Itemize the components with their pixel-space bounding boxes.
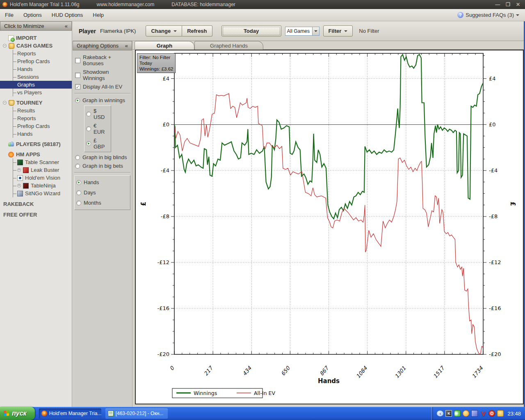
radio-usd[interactable]: $ USD [85, 107, 110, 121]
sidebar-item-table-scanner[interactable]: Table Scanner [13, 158, 72, 166]
radio-label: € EUR [94, 123, 109, 135]
menu-options[interactable]: Options [18, 12, 47, 18]
menu-hud-options[interactable]: HUD Options [47, 12, 88, 18]
sidebar-item-tableninja[interactable]: +TableNinja [13, 182, 72, 189]
expand-node-icon[interactable]: + [17, 168, 21, 172]
player-name: Flamerka (IPK) [100, 28, 136, 34]
sidebar-item-hands[interactable]: Hands [13, 130, 72, 138]
sidebar-item-label: FREE OFFER [3, 212, 37, 218]
tray-network-icon[interactable] [471, 410, 478, 417]
sidebar-item-reports[interactable]: Reports [13, 114, 72, 122]
start-label: пуск [12, 410, 27, 417]
sidebar-item-hm-apps[interactable]: HM APPS [0, 151, 72, 158]
games-combobox[interactable]: All Games [285, 27, 320, 36]
radio-months[interactable]: Months [75, 198, 129, 208]
radio-hands[interactable]: Hands [75, 177, 129, 187]
tray-opera-icon[interactable]: O [488, 410, 495, 417]
checkbox-rakeback-bonuses[interactable]: Rakeback + Bonuses [74, 53, 130, 68]
sitngo-wizard-icon [17, 191, 23, 196]
collapse-node-icon[interactable]: − [3, 101, 7, 105]
hm-apps-icon [8, 152, 14, 158]
change-player-button[interactable]: Change [146, 25, 182, 37]
menu-bar: File Options HUD Options Help ? Suggeste… [0, 9, 525, 21]
sidebar-item-cash-games[interactable]: −CASH GAMES [0, 42, 72, 50]
refresh-button[interactable]: Refresh [182, 25, 212, 37]
graphing-options-header[interactable]: Graphing Options « [73, 41, 132, 50]
sidebar-minimize-label: Click to Minimize [4, 23, 44, 29]
restore-icon[interactable]: ❐ [506, 2, 510, 7]
collapse-node-icon[interactable]: − [3, 44, 7, 48]
sidebar-item-vs-players[interactable]: vs Players [13, 89, 72, 96]
sidebar-item-label: Sessions [17, 74, 39, 80]
expand-node-icon[interactable]: + [17, 184, 21, 187]
sidebar-item-players-58187[interactable]: PLAYERS (58187) [0, 140, 72, 148]
window-database: DATABASE: holdemmanager [171, 2, 235, 7]
tray-key-icon[interactable] [497, 410, 504, 417]
players-icon [8, 142, 14, 147]
tray-qip-icon[interactable] [463, 410, 469, 417]
radio-eur[interactable]: € EUR [85, 121, 110, 136]
tab-graphed-hands[interactable]: Graphed Hands [194, 41, 263, 50]
sidebar-item-reports[interactable]: Reports [13, 50, 72, 57]
sidebar-item-results[interactable]: Results [13, 107, 72, 114]
sidebar-item-label: Leak Buster [31, 167, 59, 173]
sidebar-item-leak-buster[interactable]: +Leak Buster [13, 166, 72, 174]
suggested-faqs-button[interactable]: ? Suggested FAQs (3) [457, 12, 525, 18]
tray-v-icon[interactable]: V [480, 410, 486, 417]
sidebar-item-sessions[interactable]: Sessions [13, 73, 72, 81]
sidebar-item-label: Preflop Cards [17, 58, 50, 64]
today-button[interactable]: Today [221, 25, 281, 37]
svg-text:£0: £0 [489, 121, 496, 128]
sidebar-item-label: Table Scanner [25, 159, 59, 165]
sidebar-item-hands[interactable]: Hands [13, 65, 72, 73]
sidebar: Click to Minimize « IMPORT−CASH GAMESRep… [0, 21, 72, 407]
svg-text:434: 434 [241, 365, 253, 377]
sidebar-item-graphs[interactable]: Graphs [0, 81, 72, 89]
player-label: Player [79, 28, 96, 34]
grid-lines [174, 53, 483, 354]
radio-gbp[interactable]: £ GBP [85, 136, 110, 151]
filter-button[interactable]: Filter [323, 25, 353, 37]
tree-children: Table Scanner+Leak BusterHold'em Vision+… [13, 158, 72, 197]
sidebar-tree: IMPORT−CASH GAMESReportsPreflop CardsHan… [0, 31, 72, 219]
start-button[interactable]: пуск [0, 407, 35, 420]
radio-icon [76, 190, 81, 195]
radio-days[interactable]: Days [75, 187, 129, 198]
sidebar-item-preflop-cards[interactable]: Preflop Cards [13, 122, 72, 130]
tray-glasses-icon[interactable] [454, 410, 461, 417]
minimize-icon[interactable]: — [495, 2, 500, 7]
sidebar-item-label: Preflop Cards [17, 123, 50, 129]
radio-graph-in-winnings[interactable]: Graph in winnings [74, 96, 130, 105]
sidebar-item-import[interactable]: IMPORT [0, 34, 72, 42]
sidebar-item-hold-em-vision[interactable]: Hold'em Vision [13, 174, 72, 182]
combobox-dropdown-button[interactable] [312, 27, 319, 35]
svg-text:1734: 1734 [471, 365, 484, 380]
tab-graph[interactable]: Graph [135, 41, 194, 50]
checkbox-display-all-in-ev[interactable]: ✓Display All-In EV [74, 82, 130, 91]
chevron-down-icon [516, 14, 519, 16]
radio-graph-in-big-bets[interactable]: Graph in big bets [74, 162, 130, 170]
radio-graph-in-big-blinds[interactable]: Graph in big blinds [74, 153, 130, 162]
menu-help[interactable]: Help [88, 12, 109, 18]
menu-file[interactable]: File [0, 12, 18, 18]
sidebar-minimize-button[interactable]: Click to Minimize « [0, 21, 72, 31]
tray-kmp-icon[interactable]: K [445, 410, 452, 417]
radio-icon [75, 164, 80, 169]
svg-text:1084: 1084 [355, 365, 368, 380]
taskbar-task-holdem-manager[interactable]: Hold'em Manager Tria... [39, 409, 101, 419]
svg-text:£4: £4 [162, 75, 169, 82]
tray-collapse-icon[interactable]: ‹ [437, 411, 443, 416]
sidebar-item-sitngo-wizard[interactable]: SitNGo Wizard [13, 189, 72, 197]
close-icon[interactable]: ✕ [516, 2, 520, 7]
sidebar-item-free-offer[interactable]: FREE OFFER [0, 211, 72, 219]
sidebar-item-rakeback[interactable]: RAKEBACK [0, 200, 72, 208]
sidebar-item-preflop-cards[interactable]: Preflop Cards [13, 57, 72, 65]
checkbox-label: Rakeback + Bonuses [83, 54, 130, 66]
sidebar-item-tourney[interactable]: −TOURNEY [0, 99, 72, 107]
chart-frame: Filter: No Filter Today Winnings: £3.62 … [135, 50, 524, 404]
taskbar-task-document[interactable]: [463-020-212] - Окн... [105, 409, 168, 419]
tooltip-filter-line: Filter: No Filter [139, 55, 173, 60]
checkbox-showdown-winnings[interactable]: Showdown Winnings [74, 68, 130, 82]
period-group: HandsDaysMonths [74, 175, 130, 210]
sidebar-item-label: PLAYERS (58187) [16, 141, 61, 147]
